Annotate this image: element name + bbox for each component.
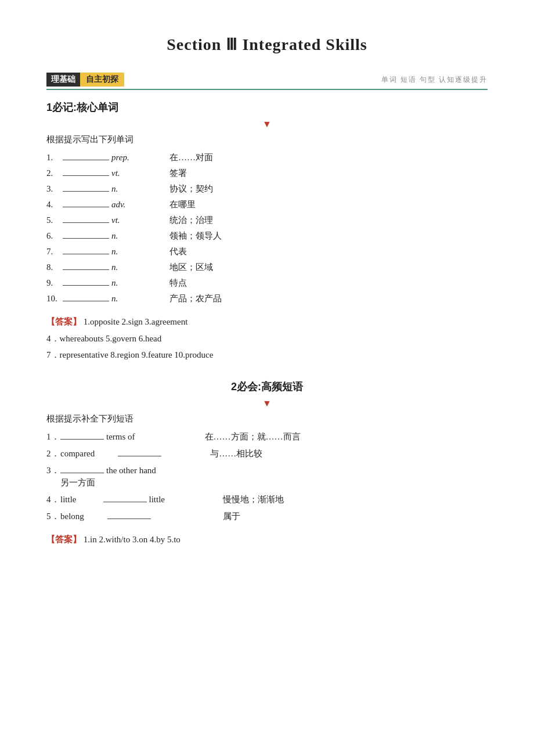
title-roman: Ⅲ bbox=[226, 35, 237, 53]
header-tag-light: 自主初探 bbox=[80, 73, 124, 87]
vocab-row: 3. n. 协议；契约 bbox=[46, 183, 488, 195]
section1-title: 1必记:核心单词 bbox=[46, 100, 488, 114]
section-header-bar: 理基础自主初探 单词 短语 句型 认知逐级提升 bbox=[46, 73, 488, 90]
title-suffix: Integrated Skills bbox=[237, 35, 367, 53]
section2-answers: 【答案】 1.in 2.with/to 3.on 4.by 5.to bbox=[46, 531, 488, 548]
phrase-row: 3． the other hand bbox=[46, 465, 488, 476]
vocab-row: 2. vt. 签署 bbox=[46, 168, 488, 179]
section1-label: 1必记: bbox=[46, 102, 77, 113]
vocab-row: 4. adv. 在哪里 bbox=[46, 199, 488, 210]
title-prefix: Section bbox=[167, 35, 226, 53]
section2-instruction: 根据提示补全下列短语 bbox=[46, 413, 488, 424]
section2-title: 2必会:高频短语 bbox=[46, 380, 488, 394]
vocab-row: 10. n. 产品；农产品 bbox=[46, 293, 488, 304]
header-tag-dark: 理基础 bbox=[46, 73, 80, 87]
phrase-row: 4． little little 慢慢地；渐渐地 bbox=[46, 494, 488, 505]
phrase-row: 1． terms of 在……方面；就……而言 bbox=[46, 431, 488, 442]
phrase-list: 1． terms of 在……方面；就……而言 2． compared 与……相… bbox=[46, 431, 488, 522]
page-title: Section Ⅲ Integrated Skills bbox=[46, 35, 488, 54]
section1-bold: 核心单词 bbox=[77, 102, 118, 113]
section2-bold: 高频短语 bbox=[261, 381, 303, 393]
header-nav: 单词 短语 句型 认知逐级提升 bbox=[381, 75, 488, 85]
section2-arrow: ▼ bbox=[46, 398, 488, 409]
vocab-list: 1. prep. 在……对面 2. vt. 签署 3. n. 协议；契约 4. … bbox=[46, 152, 488, 304]
section1-answers: 【答案】 1.opposite 2.sign 3.agreement 4．whe… bbox=[46, 314, 488, 363]
vocab-row: 6. n. 领袖；领导人 bbox=[46, 231, 488, 242]
section1-instruction: 根据提示写出下列单词 bbox=[46, 134, 488, 145]
section1-arrow: ▼ bbox=[46, 119, 488, 129]
phrase-row: 5． belong 属于 bbox=[46, 511, 488, 522]
section2-label: 2必会: bbox=[231, 381, 261, 393]
vocab-row: 1. prep. 在……对面 bbox=[46, 152, 488, 163]
vocab-row: 7. n. 代表 bbox=[46, 246, 488, 257]
phrase-row: 2． compared 与……相比较 bbox=[46, 448, 488, 459]
phrase-meaning-indent: 另一方面 bbox=[60, 477, 488, 488]
vocab-row: 9. n. 特点 bbox=[46, 278, 488, 289]
header-left: 理基础自主初探 bbox=[46, 73, 124, 87]
vocab-row: 5. vt. 统治；治理 bbox=[46, 215, 488, 226]
vocab-row: 8. n. 地区；区域 bbox=[46, 262, 488, 273]
